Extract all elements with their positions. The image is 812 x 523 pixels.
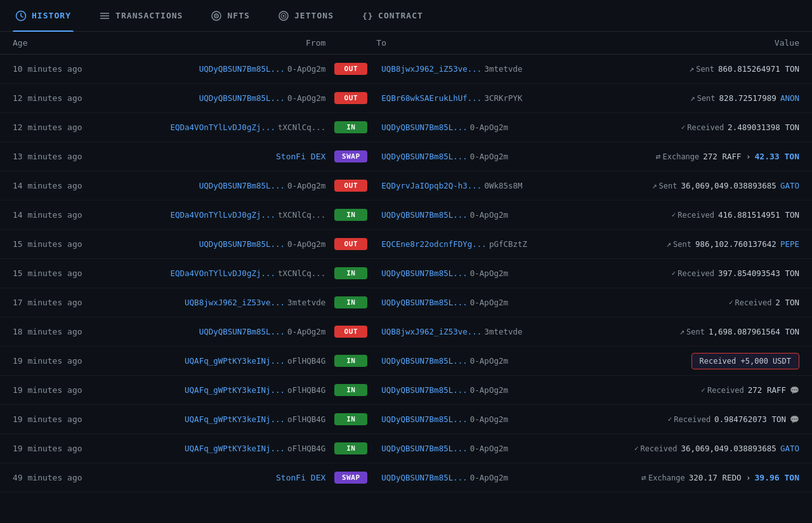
cell-to: UQDyQBSUN7Bm85L... 0-ApOg2m: [376, 152, 587, 161]
table-row[interactable]: 13 minutes agoStonFi DEXSWAPUQDyQBSUN7Bm…: [0, 142, 812, 171]
from-address-link[interactable]: StonFi DEX: [276, 152, 325, 161]
cell-from: StonFi DEX: [114, 473, 325, 482]
from-address-link[interactable]: StonFi DEX: [276, 473, 325, 482]
transaction-value: 0.984762073 TON: [714, 414, 786, 424]
table-header: Age From To Value: [0, 32, 812, 55]
to-address-link[interactable]: UQDyQBSUN7Bm85L...: [381, 152, 467, 161]
cell-to: UQDyQBSUN7Bm85L... 0-ApOg2m: [376, 385, 587, 395]
from-address-suffix: 0-ApOg2m: [287, 93, 325, 103]
transaction-value: 2 TON: [775, 298, 799, 307]
table-row[interactable]: 15 minutes agoEQDa4VOnTYlLvDJ0gZj... tXC…: [0, 259, 812, 288]
status-text: Received: [674, 415, 710, 424]
from-address-link[interactable]: EQDa4VOnTYlLvDJ0gZj...: [170, 122, 275, 132]
cell-badge: OUT: [325, 63, 376, 75]
table-row[interactable]: 19 minutes agoUQAFq_gWPtKY3keINj... oFlH…: [0, 347, 812, 376]
cell-value: ↗Sent860.815264971 TON: [588, 64, 799, 74]
cell-value: ↗Sent1,698.087961564 TON: [588, 327, 799, 336]
cell-badge: OUT: [325, 238, 376, 250]
from-address-link[interactable]: UQAFq_gWPtKY3keINj...: [185, 444, 285, 453]
from-address-link[interactable]: EQDa4VOnTYlLvDJ0gZj...: [170, 268, 275, 278]
to-address-link[interactable]: UQDyQBSUN7Bm85L...: [381, 298, 467, 307]
table-row[interactable]: 17 minutes agoUQB8jwxJ962_iZ53ve... 3mte…: [0, 288, 812, 317]
to-address-link[interactable]: UQB8jwxJ962_iZ53ve...: [381, 64, 481, 74]
to-address-link[interactable]: UQDyQBSUN7Bm85L...: [381, 122, 467, 132]
status-label: ✓Received: [634, 444, 677, 453]
nav-item-transactions[interactable]: TRANSACTIONS: [96, 0, 185, 32]
table-row[interactable]: 19 minutes agoUQAFq_gWPtKY3keINj... oFlH…: [0, 376, 812, 405]
token-name: GATO: [780, 444, 799, 453]
transaction-value: 2.489031398 TON: [728, 122, 799, 132]
cell-from: UQDyQBSUN7Bm85L... 0-ApOg2m: [114, 93, 325, 103]
nav-item-jettons[interactable]: JETTONS: [275, 0, 336, 32]
to-address-link[interactable]: EQCEne8r22odcnfFDYg...: [381, 239, 487, 249]
from-address-link[interactable]: UQDyQBSUN7Bm85L...: [199, 181, 285, 190]
cell-value: ✓Received0.984762073 TON💬: [588, 414, 799, 424]
cell-age: 10 minutes ago: [13, 64, 114, 74]
to-address-suffix: 3CRKrPYK: [484, 93, 522, 103]
status-text: Sent: [697, 94, 716, 103]
from-address-link[interactable]: UQAFq_gWPtKY3keINj...: [185, 356, 285, 366]
nav-item-nfts[interactable]: NFTS: [208, 0, 252, 32]
cell-value: ↗Sent986,102.760137642 PEPE: [588, 239, 799, 249]
cell-age: 15 minutes ago: [13, 268, 114, 278]
cell-value: ✓Received2.489031398 TON: [588, 122, 799, 132]
to-address-link[interactable]: UQDyQBSUN7Bm85L...: [381, 210, 467, 220]
cell-age: 12 minutes ago: [13, 122, 114, 132]
status-icon: ↗: [666, 239, 671, 249]
table-row[interactable]: 12 minutes agoUQDyQBSUN7Bm85L... 0-ApOg2…: [0, 84, 812, 113]
cell-age: 12 minutes ago: [13, 93, 114, 103]
from-address-suffix: tXCNlCq...: [278, 268, 325, 278]
nav-label-nfts: NFTS: [227, 11, 249, 20]
cell-value: ⇄Exchange272 RAFF › 42.33 TON: [588, 152, 799, 161]
to-address-link[interactable]: UQDyQBSUN7Bm85L...: [381, 473, 467, 482]
exchange-to-value: 42.33 TON: [755, 152, 799, 161]
cell-age: 49 minutes ago: [13, 473, 114, 482]
from-address-suffix: tXCNlCq...: [278, 122, 325, 132]
comment-icon[interactable]: 💬: [790, 386, 799, 395]
from-address-link[interactable]: UQDyQBSUN7Bm85L...: [199, 327, 285, 336]
table-row[interactable]: 19 minutes agoUQAFq_gWPtKY3keINj... oFlH…: [0, 434, 812, 463]
from-address-link[interactable]: UQAFq_gWPtKY3keINj...: [185, 414, 285, 424]
table-row[interactable]: 15 minutes agoUQDyQBSUN7Bm85L... 0-ApOg2…: [0, 230, 812, 259]
table-row[interactable]: 14 minutes agoUQDyQBSUN7Bm85L... 0-ApOg2…: [0, 171, 812, 201]
status-icon: ⇄: [641, 473, 646, 482]
status-label: ↗Sent: [679, 327, 705, 336]
from-address-link[interactable]: UQDyQBSUN7Bm85L...: [199, 239, 285, 249]
cell-age: 17 minutes ago: [13, 298, 114, 307]
table-row[interactable]: 14 minutes agoEQDa4VOnTYlLvDJ0gZj... tXC…: [0, 201, 812, 230]
comment-icon[interactable]: 💬: [790, 415, 799, 424]
table-row[interactable]: 49 minutes agoStonFi DEXSWAPUQDyQBSUN7Bm…: [0, 463, 812, 493]
status-icon: ✓: [668, 415, 672, 423]
nav-item-contract[interactable]: {} CONTRACT: [359, 0, 426, 32]
table-row[interactable]: 12 minutes agoEQDa4VOnTYlLvDJ0gZj... tXC…: [0, 113, 812, 142]
from-address-link[interactable]: UQB8jwxJ962_iZ53ve...: [185, 298, 285, 307]
to-address-link[interactable]: UQDyQBSUN7Bm85L...: [381, 356, 467, 366]
from-address-link[interactable]: UQAFq_gWPtKY3keINj...: [185, 385, 285, 395]
cell-to: UQDyQBSUN7Bm85L... 0-ApOg2m: [376, 444, 587, 453]
transaction-badge-in: IN: [334, 121, 367, 133]
cell-value: ⇄Exchange320.17 REDO › 39.96 TON: [588, 473, 799, 482]
cell-age: 18 minutes ago: [13, 327, 114, 336]
from-address-link[interactable]: UQDyQBSUN7Bm85L...: [199, 64, 285, 74]
to-address-link[interactable]: UQDyQBSUN7Bm85L...: [381, 268, 467, 278]
table-row[interactable]: 19 minutes agoUQAFq_gWPtKY3keINj... oFlH…: [0, 405, 812, 434]
cell-from: UQAFq_gWPtKY3keINj... oFlHQB4G: [114, 385, 325, 395]
transaction-value: 397.854093543 TON: [718, 268, 799, 278]
nav-item-history[interactable]: HISTORY: [13, 0, 74, 32]
cell-from: StonFi DEX: [114, 152, 325, 161]
to-address-link[interactable]: UQB8jwxJ962_iZ53ve...: [381, 327, 481, 336]
cell-badge: IN: [325, 384, 376, 396]
from-address-link[interactable]: UQDyQBSUN7Bm85L...: [199, 93, 285, 103]
status-text: Sent: [673, 240, 691, 249]
status-text: Received: [735, 298, 772, 307]
to-address-link[interactable]: EQDyrvJaIOpqb2Q-h3...: [381, 181, 481, 190]
table-row[interactable]: 18 minutes agoUQDyQBSUN7Bm85L... 0-ApOg2…: [0, 317, 812, 347]
to-address-link[interactable]: EQBr68wkSAErukLhUf...: [381, 93, 481, 103]
to-address-link[interactable]: UQDyQBSUN7Bm85L...: [381, 444, 467, 453]
cell-from: UQDyQBSUN7Bm85L... 0-ApOg2m: [114, 239, 325, 249]
from-address-link[interactable]: EQDa4VOnTYlLvDJ0gZj...: [170, 210, 275, 220]
table-row[interactable]: 10 minutes agoUQDyQBSUN7Bm85L... 0-ApOg2…: [0, 55, 812, 84]
to-address-link[interactable]: UQDyQBSUN7Bm85L...: [381, 385, 467, 395]
to-address-suffix: 0-ApOg2m: [470, 414, 508, 424]
to-address-link[interactable]: UQDyQBSUN7Bm85L...: [381, 414, 467, 424]
